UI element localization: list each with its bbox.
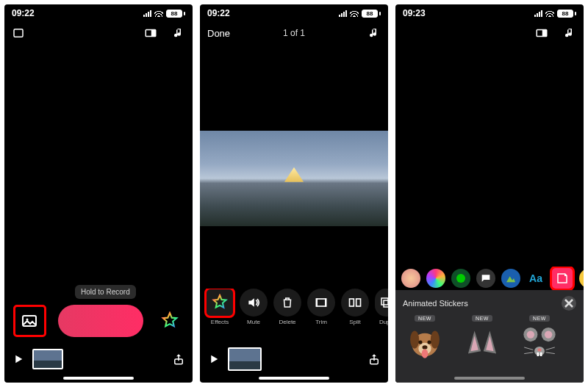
svg-rect-8 — [325, 298, 327, 307]
navbar: Done 1 of 1 — [200, 22, 388, 44]
svg-point-22 — [418, 340, 422, 344]
category-memoji[interactable] — [401, 269, 420, 288]
tool-label: Trim — [315, 319, 327, 325]
new-badge: NEW — [415, 315, 435, 322]
tool-row: Effects Mute Delete Trim Split Dupli — [200, 289, 388, 337]
svg-rect-12 — [384, 300, 388, 307]
category-scenes[interactable] — [501, 269, 520, 288]
effects-button[interactable] — [157, 308, 182, 334]
home-indicator — [259, 377, 329, 380]
tool-effects[interactable]: Effects — [206, 289, 234, 325]
tool-delete[interactable]: Delete — [273, 289, 301, 325]
svg-line-35 — [524, 352, 533, 354]
new-badge: NEW — [472, 315, 492, 322]
status-time: 09:22 — [12, 8, 35, 18]
svg-point-29 — [545, 330, 552, 338]
wifi-icon — [154, 10, 163, 17]
signal-icon — [143, 10, 151, 17]
svg-point-25 — [422, 350, 429, 358]
status-time: 09:22 — [207, 8, 230, 18]
svg-rect-32 — [537, 352, 539, 356]
video-preview[interactable] — [200, 131, 388, 226]
tool-duplicate[interactable]: Dupli — [375, 289, 388, 325]
svg-point-31 — [537, 348, 541, 351]
svg-rect-11 — [381, 298, 388, 305]
sticker-dog[interactable]: NEW — [403, 315, 447, 361]
aspect-ratio-icon[interactable] — [535, 26, 548, 40]
sticker-drawer: Animated Stickers NEW NEW — [395, 290, 584, 383]
clip-thumbnail[interactable] — [32, 349, 63, 369]
music-icon[interactable] — [172, 26, 185, 40]
music-icon[interactable] — [368, 26, 381, 40]
project-icon[interactable] — [12, 26, 25, 40]
svg-rect-3 — [23, 316, 36, 326]
svg-point-24 — [423, 345, 428, 349]
tool-label: Dupli — [379, 319, 388, 325]
play-button[interactable] — [12, 352, 25, 366]
screen-record: 09:22 88 Hold to Record — [4, 4, 193, 383]
aspect-ratio-icon[interactable] — [144, 26, 157, 40]
svg-rect-33 — [540, 352, 542, 356]
signal-icon — [339, 10, 347, 17]
record-tooltip: Hold to Record — [75, 285, 136, 299]
battery-icon: 88 — [166, 10, 185, 18]
svg-line-34 — [524, 347, 533, 350]
navbar — [4, 22, 193, 44]
tool-label: Split — [349, 319, 361, 325]
share-icon[interactable] — [172, 352, 185, 366]
svg-point-19 — [410, 330, 419, 348]
svg-point-23 — [427, 340, 431, 344]
wifi-icon — [350, 10, 359, 17]
tool-label: Effects — [211, 319, 229, 325]
navbar — [395, 22, 584, 44]
tool-mute[interactable]: Mute — [240, 289, 268, 325]
category-animated-stickers[interactable] — [551, 267, 573, 289]
share-icon[interactable] — [368, 352, 381, 366]
home-indicator — [454, 377, 525, 380]
signal-icon — [534, 10, 542, 17]
svg-rect-6 — [317, 299, 326, 306]
svg-rect-0 — [14, 29, 23, 37]
status-bar: 09:23 88 — [395, 4, 584, 22]
svg-rect-10 — [356, 299, 361, 306]
play-button[interactable] — [207, 352, 220, 366]
music-icon[interactable] — [563, 26, 576, 40]
screen-stickers: 09:23 88 Aa Animated Stickers — [395, 4, 584, 383]
battery-icon: 88 — [557, 10, 576, 18]
effect-category-row: Aa — [395, 267, 584, 290]
svg-line-37 — [546, 352, 555, 354]
svg-rect-9 — [350, 299, 354, 306]
wifi-icon — [545, 10, 554, 17]
category-emoji[interactable] — [579, 269, 584, 288]
tool-label: Mute — [247, 319, 260, 325]
category-text[interactable]: Aa — [526, 269, 545, 288]
battery-icon: 88 — [362, 10, 381, 18]
screen-edit: 09:22 88 Done 1 of 1 Effects Mute — [200, 4, 388, 383]
new-badge: NEW — [529, 315, 550, 322]
category-captions[interactable] — [476, 269, 495, 288]
close-icon[interactable] — [562, 296, 576, 311]
tool-split[interactable]: Split — [341, 289, 369, 325]
library-button[interactable] — [15, 306, 45, 336]
tool-label: Delete — [279, 319, 295, 325]
drawer-title: Animated Stickers — [403, 299, 468, 308]
sticker-mouse[interactable]: NEW — [517, 315, 562, 361]
svg-line-36 — [546, 347, 555, 350]
svg-rect-7 — [316, 298, 318, 307]
done-button[interactable]: Done — [207, 28, 230, 39]
status-bar: 09:22 88 — [200, 4, 388, 22]
svg-point-20 — [431, 330, 440, 348]
category-filters[interactable] — [426, 269, 445, 288]
status-time: 09:23 — [403, 8, 426, 18]
home-indicator — [63, 377, 134, 380]
status-bar: 09:22 88 — [4, 4, 193, 22]
tool-trim[interactable]: Trim — [307, 289, 335, 325]
svg-rect-15 — [542, 30, 547, 37]
svg-rect-2 — [151, 30, 156, 37]
category-clips[interactable] — [451, 269, 470, 288]
svg-point-27 — [527, 330, 534, 338]
clip-thumbnail[interactable] — [228, 347, 262, 371]
sticker-cat-ears[interactable]: NEW — [460, 315, 504, 361]
record-button[interactable] — [58, 305, 143, 337]
